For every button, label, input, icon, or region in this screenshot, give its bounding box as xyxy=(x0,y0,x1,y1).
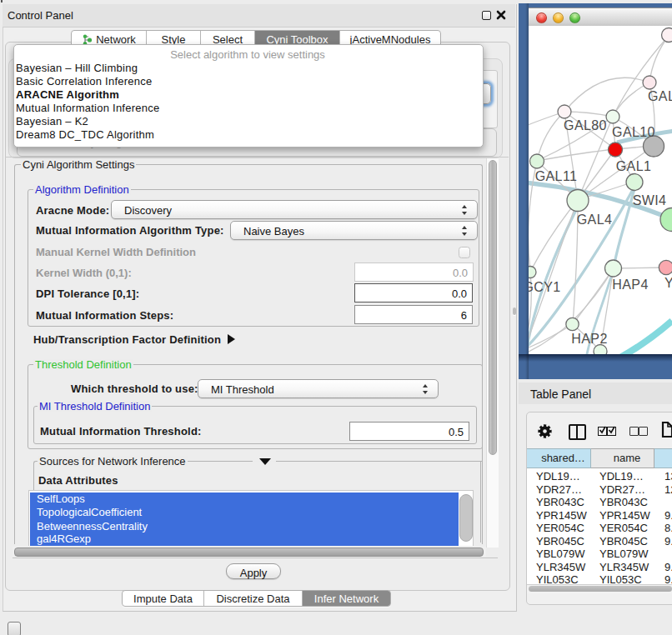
svg-text:HAP2: HAP2 xyxy=(571,332,607,346)
svg-text:GAL11: GAL11 xyxy=(535,169,578,183)
svg-text:GAL80: GAL80 xyxy=(564,118,607,132)
svg-text:GAL10: GAL10 xyxy=(612,125,655,139)
svg-text:GAL7: GAL7 xyxy=(648,89,672,103)
svg-text:GAL1: GAL1 xyxy=(616,159,652,173)
svg-text:SWI4: SWI4 xyxy=(633,193,667,208)
svg-text:HAP4: HAP4 xyxy=(612,278,648,292)
svg-text:Y: Y xyxy=(664,276,672,290)
svg-text:GCY1: GCY1 xyxy=(529,280,561,294)
svg-text:GAL4: GAL4 xyxy=(577,212,613,227)
